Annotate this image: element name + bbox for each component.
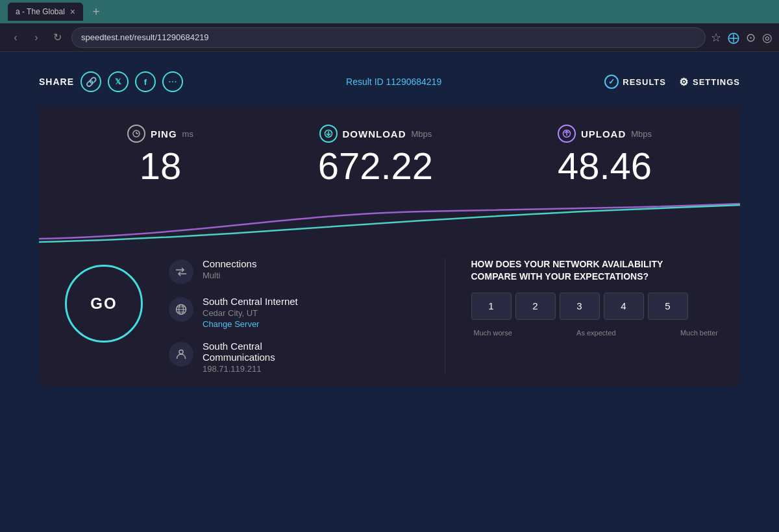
bottom-section: GO Connections Multi bbox=[39, 245, 740, 387]
share-link-button[interactable]: 🔗 bbox=[80, 71, 101, 92]
share-more-button[interactable]: ··· bbox=[162, 71, 183, 92]
address-bar[interactable]: speedtest.net/result/11290684219 bbox=[71, 27, 706, 48]
rating-question: HOW DOES YOUR NETWORK AVAILABILITYCOMPAR… bbox=[471, 258, 721, 284]
isp-item: South CentralCommunications 198.71.119.2… bbox=[169, 341, 419, 374]
result-id-section: Result ID 11290684219 bbox=[346, 77, 441, 87]
active-tab[interactable]: a - The Global × bbox=[8, 3, 83, 21]
url-text: speedtest.net/result/11290684219 bbox=[81, 32, 209, 42]
download-icon bbox=[319, 125, 338, 143]
section-divider bbox=[445, 258, 445, 374]
go-button[interactable]: GO bbox=[65, 265, 143, 343]
upload-unit: Mbps bbox=[631, 129, 652, 139]
download-header: DOWNLOAD Mbps bbox=[319, 125, 432, 143]
upload-metric: UPLOAD Mbps 48.46 bbox=[558, 125, 652, 187]
rating-section: HOW DOES YOUR NETWORK AVAILABILITYCOMPAR… bbox=[471, 258, 721, 374]
results-label: RESULTS bbox=[623, 77, 666, 87]
upload-label: UPLOAD bbox=[581, 128, 626, 139]
rating-labels: Much worse As expected Much better bbox=[471, 329, 721, 337]
download-unit: Mbps bbox=[412, 129, 432, 139]
rating-btn-1[interactable]: 1 bbox=[471, 293, 512, 320]
vpn-icon[interactable]: ⨁ bbox=[728, 30, 739, 45]
ping-value: 18 bbox=[140, 145, 182, 187]
settings-nav-item[interactable]: ⚙ SETTINGS bbox=[679, 76, 740, 88]
ping-metric: PING ms 18 bbox=[127, 125, 193, 187]
back-button[interactable]: ‹ bbox=[6, 29, 25, 47]
connections-item: Connections Multi bbox=[169, 258, 419, 284]
metrics-row: PING ms 18 DOWNLOAD Mbps 672.22 bbox=[39, 105, 740, 193]
share-twitter-button[interactable]: 𝕏 bbox=[108, 71, 129, 92]
browser-icons: ☆ ⨁ ⊙ ◎ bbox=[711, 30, 773, 45]
isp-ip: 198.71.119.211 bbox=[203, 364, 275, 374]
connections-icon bbox=[169, 260, 193, 284]
result-id-value[interactable]: 11290684219 bbox=[386, 77, 442, 87]
right-nav: ✓ RESULTS ⚙ SETTINGS bbox=[604, 75, 740, 89]
forward-button[interactable]: › bbox=[27, 29, 45, 47]
upload-header: UPLOAD Mbps bbox=[558, 125, 652, 143]
settings-label: SETTINGS bbox=[693, 77, 740, 87]
download-label: DOWNLOAD bbox=[343, 128, 406, 139]
rating-btn-2[interactable]: 2 bbox=[515, 293, 556, 320]
go-label: GO bbox=[90, 295, 117, 313]
upload-icon bbox=[558, 125, 576, 143]
tab-title: a - The Global bbox=[16, 7, 65, 16]
rating-label-worse: Much worse bbox=[474, 329, 512, 337]
isp-person-icon bbox=[169, 342, 193, 367]
wave-chart bbox=[39, 193, 740, 245]
server-globe-icon bbox=[169, 297, 193, 322]
result-id-label: Result ID bbox=[346, 77, 386, 87]
change-server-link[interactable]: Change Server bbox=[203, 319, 298, 329]
screenshot-icon[interactable]: ⊙ bbox=[746, 30, 756, 45]
share-label: SHARE bbox=[39, 77, 74, 87]
go-button-container: GO bbox=[58, 258, 149, 349]
connections-label: Connections bbox=[203, 258, 256, 269]
refresh-button[interactable]: ↻ bbox=[48, 29, 66, 47]
nav-buttons: ‹ › ↻ bbox=[6, 29, 66, 47]
ping-label: PING bbox=[151, 128, 177, 139]
isp-text: South CentralCommunications 198.71.119.2… bbox=[203, 341, 275, 374]
connections-text: Connections Multi bbox=[203, 258, 256, 280]
rating-label-better: Much better bbox=[680, 329, 718, 337]
results-check-icon: ✓ bbox=[604, 75, 619, 89]
results-nav-item[interactable]: ✓ RESULTS bbox=[604, 75, 666, 89]
bookmark-icon[interactable]: ☆ bbox=[711, 30, 721, 45]
rating-btn-3[interactable]: 3 bbox=[560, 293, 600, 320]
tab-area: a - The Global × + bbox=[8, 0, 105, 23]
rating-buttons: 1 2 3 4 5 bbox=[471, 293, 721, 320]
settings-gear-icon: ⚙ bbox=[679, 76, 689, 88]
isp-label: South CentralCommunications bbox=[203, 341, 275, 363]
upload-value: 48.46 bbox=[558, 145, 652, 187]
address-bar-row: ‹ › ↻ speedtest.net/result/11290684219 ☆… bbox=[0, 23, 779, 52]
info-list: Connections Multi South Central Internet… bbox=[169, 258, 419, 374]
content-area: SHARE 🔗 𝕏 f ··· Result ID 11290684219 ✓ … bbox=[0, 52, 779, 532]
download-metric: DOWNLOAD Mbps 672.22 bbox=[318, 125, 433, 187]
server-item: South Central Internet Cedar City, UT Ch… bbox=[169, 296, 419, 329]
download-value: 672.22 bbox=[318, 145, 433, 187]
rating-btn-4[interactable]: 4 bbox=[604, 293, 644, 320]
ping-unit: ms bbox=[182, 129, 193, 139]
server-text: South Central Internet Cedar City, UT Ch… bbox=[203, 296, 298, 329]
connections-value: Multi bbox=[203, 271, 256, 280]
server-location: Cedar City, UT bbox=[203, 308, 298, 318]
extension-icon[interactable]: ◎ bbox=[762, 30, 773, 45]
server-label: South Central Internet bbox=[203, 296, 298, 307]
rating-btn-5[interactable]: 5 bbox=[648, 293, 688, 320]
ping-header: PING ms bbox=[127, 125, 193, 143]
svg-point-14 bbox=[179, 350, 183, 354]
browser-chrome: a - The Global × + bbox=[0, 0, 779, 23]
ping-icon bbox=[127, 125, 145, 143]
rating-label-expected: As expected bbox=[576, 329, 616, 337]
speed-card: PING ms 18 DOWNLOAD Mbps 672.22 bbox=[39, 105, 740, 387]
share-section: SHARE 🔗 𝕏 f ··· bbox=[39, 71, 183, 92]
new-tab-button[interactable]: + bbox=[87, 3, 105, 21]
tab-close-button[interactable]: × bbox=[70, 7, 75, 16]
share-facebook-button[interactable]: f bbox=[135, 71, 156, 92]
top-bar: SHARE 🔗 𝕏 f ··· Result ID 11290684219 ✓ … bbox=[39, 71, 740, 92]
